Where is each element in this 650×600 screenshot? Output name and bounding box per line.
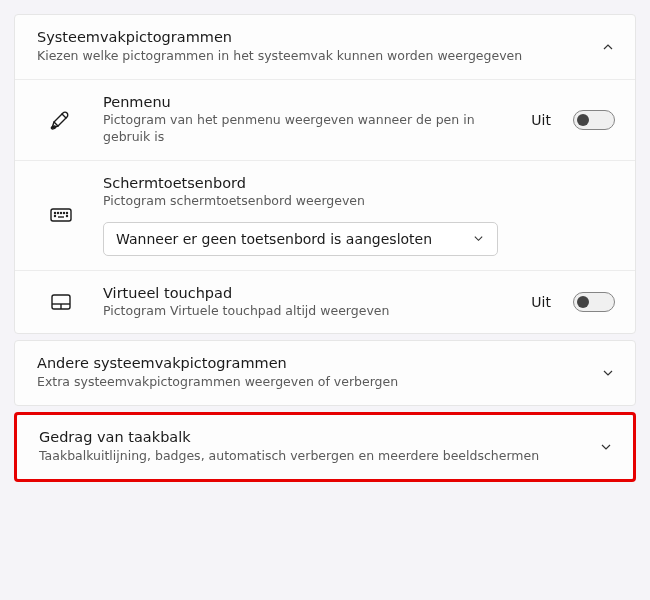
highlight-box: Gedrag van taakbalk Taakbalkuitlijning, … xyxy=(14,412,636,482)
header-text: Andere systeemvakpictogrammen Extra syst… xyxy=(37,355,601,391)
svg-point-5 xyxy=(64,213,65,214)
svg-point-2 xyxy=(55,213,56,214)
section-header-other[interactable]: Andere systeemvakpictogrammen Extra syst… xyxy=(15,341,635,405)
section-desc: Taakbalkuitlijning, badges, automatisch … xyxy=(39,448,599,465)
svg-rect-1 xyxy=(51,209,71,221)
section-desc: Kiezen welke pictogrammen in het systeem… xyxy=(37,48,601,65)
toggle-pen-menu[interactable] xyxy=(573,110,615,130)
section-title: Andere systeemvakpictogrammen xyxy=(37,355,601,371)
row-title: Schermtoetsenbord xyxy=(103,175,615,191)
row-text: Schermtoetsenbord Pictogram schermtoetse… xyxy=(103,175,615,256)
section-other-tray-icons: Andere systeemvakpictogrammen Extra syst… xyxy=(14,340,636,406)
row-virtual-touchpad: Virtueel touchpad Pictogram Virtuele tou… xyxy=(15,270,635,334)
touchpad-icon xyxy=(37,290,85,314)
svg-point-6 xyxy=(67,213,68,214)
row-text: Penmenu Pictogram van het penmenu weerge… xyxy=(103,94,513,146)
svg-point-4 xyxy=(61,213,62,214)
section-taskbar-behavior: Gedrag van taakbalk Taakbalkuitlijning, … xyxy=(17,415,633,479)
svg-point-7 xyxy=(55,216,56,217)
row-desc: Pictogram schermtoetsenbord weergeven xyxy=(103,193,615,210)
select-value: Wanneer er geen toetsenbord is aangeslot… xyxy=(116,231,432,247)
chevron-down-icon xyxy=(471,232,485,246)
svg-point-8 xyxy=(67,216,68,217)
section-title: Systeemvakpictogrammen xyxy=(37,29,601,45)
header-text: Systeemvakpictogrammen Kiezen welke pict… xyxy=(37,29,601,65)
toggle-state-label: Uit xyxy=(531,294,551,310)
section-header-tray[interactable]: Systeemvakpictogrammen Kiezen welke pict… xyxy=(15,15,635,79)
select-keyboard-mode[interactable]: Wanneer er geen toetsenbord is aangeslot… xyxy=(103,222,498,256)
keyboard-icon xyxy=(37,203,85,227)
section-system-tray-icons: Systeemvakpictogrammen Kiezen welke pict… xyxy=(14,14,636,334)
row-desc: Pictogram van het penmenu weergeven wann… xyxy=(103,112,513,146)
section-desc: Extra systeemvakpictogrammen weergeven o… xyxy=(37,374,601,391)
chevron-down-icon xyxy=(601,366,615,380)
toggle-state-label: Uit xyxy=(531,112,551,128)
chevron-up-icon xyxy=(601,40,615,54)
chevron-down-icon xyxy=(599,440,613,454)
row-title: Virtueel touchpad xyxy=(103,285,513,301)
svg-point-3 xyxy=(58,213,59,214)
section-title: Gedrag van taakbalk xyxy=(39,429,599,445)
pen-icon xyxy=(37,108,85,132)
row-title: Penmenu xyxy=(103,94,513,110)
row-touch-keyboard: Schermtoetsenbord Pictogram schermtoetse… xyxy=(15,160,635,270)
section-header-behavior[interactable]: Gedrag van taakbalk Taakbalkuitlijning, … xyxy=(17,415,633,479)
header-text: Gedrag van taakbalk Taakbalkuitlijning, … xyxy=(39,429,599,465)
row-text: Virtueel touchpad Pictogram Virtuele tou… xyxy=(103,285,513,320)
row-pen-menu: Penmenu Pictogram van het penmenu weerge… xyxy=(15,79,635,160)
toggle-virtual-touchpad[interactable] xyxy=(573,292,615,312)
row-desc: Pictogram Virtuele touchpad altijd weerg… xyxy=(103,303,513,320)
